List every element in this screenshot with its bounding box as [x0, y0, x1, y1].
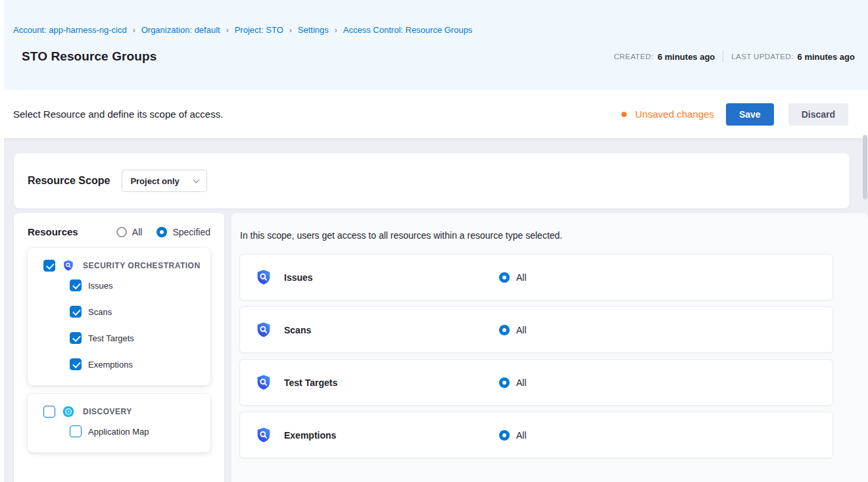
discard-button[interactable]: Discard: [788, 103, 848, 126]
access-all-radio-icon[interactable]: [499, 272, 510, 283]
access-all-radio-icon[interactable]: [499, 430, 510, 441]
radio-option-all[interactable]: All: [116, 227, 143, 237]
resources-panel: Resources All Specified: [14, 213, 224, 482]
resource-checkbox-label[interactable]: Test Targets: [88, 333, 134, 343]
resource-child-row: Application Map: [70, 418, 204, 445]
resource-group-card: SECURITY ORCHESTRATION Issues Scans: [28, 248, 210, 385]
resources-mode-radio-group: All Specified: [116, 227, 210, 237]
group-checkbox[interactable]: [43, 406, 55, 418]
resource-checkbox-label[interactable]: Exemptions: [88, 360, 133, 370]
window-left-edge: [0, 0, 4, 482]
group-type-icon: [62, 405, 75, 418]
resource-access-row: Scans All: [239, 306, 833, 353]
last-updated-label: LAST UPDATED:: [731, 53, 793, 60]
breadcrumb-item: Organization: default ›: [141, 25, 235, 35]
resources-title: Resources: [28, 226, 78, 237]
created-value: 6 minutes ago: [658, 52, 715, 62]
last-updated-value: 6 minutes ago: [798, 52, 855, 62]
breadcrumb-separator-icon: ›: [289, 26, 292, 35]
breadcrumb-link[interactable]: Project: STO: [235, 25, 283, 35]
vertical-scrollbar-thumb[interactable]: [863, 135, 867, 199]
resource-scope-selected-value: Project only: [130, 176, 179, 186]
breadcrumb-item: Access Control: Resource Groups ›: [343, 25, 473, 35]
access-radio-option[interactable]: All: [499, 430, 527, 441]
shield-search-icon: [254, 374, 273, 392]
resource-checkbox-label[interactable]: Application Map: [88, 427, 149, 437]
resource-scope-select[interactable]: Project only: [122, 170, 207, 192]
resource-type-label: Issues: [284, 272, 499, 283]
resource-type-label: Test Targets: [284, 377, 499, 388]
resource-rows-list: Issues All: [239, 254, 842, 458]
radio-option-specified[interactable]: Specified: [157, 227, 210, 237]
save-button[interactable]: Save: [726, 103, 774, 126]
group-children-list: Issues Scans Test Targets Exemptions: [43, 272, 204, 377]
shield-search-icon: [254, 321, 273, 339]
access-radio-option[interactable]: All: [499, 325, 527, 335]
resource-child-row: Test Targets: [70, 325, 204, 351]
breadcrumb-item: Settings ›: [298, 25, 343, 35]
unsaved-changes-label: Unsaved changes: [635, 108, 714, 120]
breadcrumb-item: Account: app-harness-ng-cicd ›: [13, 25, 141, 35]
unsaved-changes-indicator: Unsaved changes: [621, 108, 714, 120]
breadcrumb-link[interactable]: Account: app-harness-ng-cicd: [13, 25, 127, 35]
breadcrumb-link[interactable]: Settings: [298, 25, 329, 35]
access-all-label[interactable]: All: [516, 325, 527, 335]
access-radio-option[interactable]: All: [499, 377, 527, 388]
resource-checkbox-label[interactable]: Issues: [88, 281, 113, 291]
radio-specified-label[interactable]: Specified: [172, 227, 210, 237]
resource-child-row: Exemptions: [70, 351, 204, 377]
action-toolbar: Select Resource and define its scope of …: [0, 90, 868, 138]
resource-checkbox[interactable]: [70, 279, 82, 291]
resource-child-row: Scans: [70, 299, 204, 325]
access-radio-option[interactable]: All: [499, 272, 527, 283]
group-type-icon: [62, 259, 75, 272]
scope-description: In this scope, users get access to all r…: [239, 230, 842, 241]
page-header: Account: app-harness-ng-cicd › Organizat…: [0, 0, 868, 90]
access-all-label[interactable]: All: [516, 377, 527, 388]
breadcrumb-separator-icon: ›: [335, 26, 337, 35]
shield-search-icon: [254, 268, 273, 287]
resource-checkbox[interactable]: [70, 306, 82, 318]
breadcrumb-link[interactable]: Access Control: Resource Groups: [343, 25, 473, 35]
breadcrumb-link[interactable]: Organization: default: [141, 25, 220, 35]
resource-groups-list: SECURITY ORCHESTRATION Issues Scans: [28, 248, 210, 452]
radio-all-icon[interactable]: [116, 227, 127, 237]
resource-checkbox[interactable]: [70, 358, 82, 370]
resource-access-row: Test Targets All: [239, 359, 833, 406]
scope-detail-panel: In this scope, users get access to all r…: [231, 213, 868, 482]
resource-access-row: Issues All: [239, 254, 833, 301]
created-label: CREATED:: [614, 53, 654, 60]
chevron-down-icon: [193, 176, 200, 183]
resource-access-row: Exemptions All: [239, 412, 833, 458]
resource-checkbox[interactable]: [70, 332, 82, 344]
breadcrumb-item: Project: STO ›: [235, 25, 298, 35]
breadcrumb-separator-icon: ›: [133, 26, 135, 35]
group-children-list: Application Map: [43, 418, 204, 445]
content-area: Resource Scope Project only Resources Al…: [0, 138, 868, 482]
resource-type-label: Scans: [284, 325, 499, 335]
resource-checkbox-label[interactable]: Scans: [88, 307, 112, 317]
group-checkbox[interactable]: [43, 260, 55, 272]
resource-checkbox[interactable]: [70, 425, 82, 437]
radio-all-label[interactable]: All: [132, 227, 143, 237]
radio-specified-icon[interactable]: [157, 227, 167, 237]
group-name-label[interactable]: DISCOVERY: [83, 407, 132, 416]
toolbar-description: Select Resource and define its scope of …: [13, 108, 223, 120]
access-all-label[interactable]: All: [516, 430, 527, 441]
record-meta: CREATED: 6 minutes ago LAST UPDATED: 6 m…: [614, 51, 855, 62]
page-title: STO Resource Groups: [13, 49, 157, 64]
resource-scope-card: Resource Scope Project only: [14, 153, 850, 208]
resource-group-card: DISCOVERY Application Map: [28, 394, 210, 452]
resource-scope-label: Resource Scope: [28, 175, 110, 187]
unsaved-dot-icon: [621, 112, 627, 117]
breadcrumb-separator-icon: ›: [226, 26, 229, 35]
resource-type-label: Exemptions: [284, 430, 499, 441]
access-all-radio-icon[interactable]: [499, 325, 510, 335]
group-name-label[interactable]: SECURITY ORCHESTRATION: [83, 261, 201, 270]
access-all-radio-icon[interactable]: [499, 377, 510, 388]
meta-divider: [723, 51, 723, 62]
resource-child-row: Issues: [70, 272, 204, 299]
access-all-label[interactable]: All: [516, 272, 527, 283]
breadcrumb: Account: app-harness-ng-cicd › Organizat…: [13, 0, 855, 35]
shield-search-icon: [254, 426, 273, 445]
